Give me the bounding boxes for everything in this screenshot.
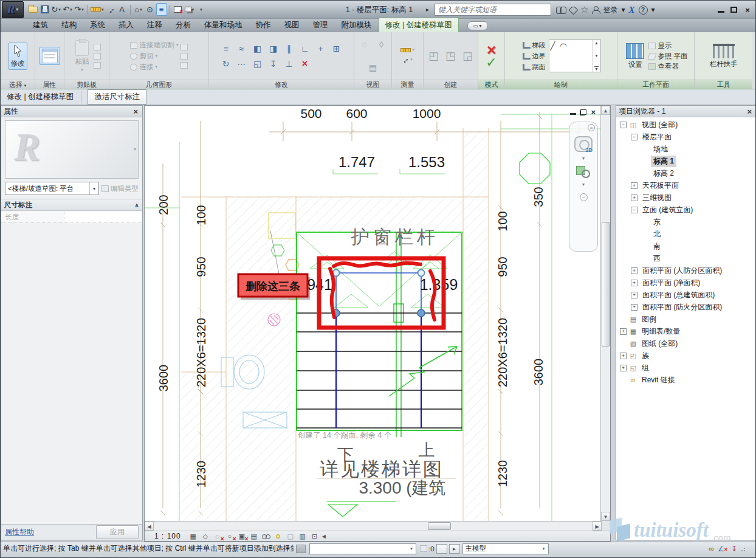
trim-extend-icon[interactable]: ∟: [297, 41, 312, 56]
open-button[interactable]: [27, 3, 38, 16]
offset-icon[interactable]: ≈: [234, 41, 249, 56]
tab-5[interactable]: 分析: [169, 18, 198, 32]
select-underlay-icon[interactable]: ∠×: [718, 545, 727, 553]
tree-item-6[interactable]: +三维视图: [616, 191, 756, 204]
tab-3[interactable]: 插入: [112, 18, 140, 32]
chevron-down-icon[interactable]: ▾: [621, 5, 625, 14]
cut-geometry-joins-button[interactable]: 连接端切割▾: [130, 41, 178, 50]
match-properties-icon[interactable]: [94, 62, 101, 69]
collapse-icon[interactable]: −: [620, 122, 627, 128]
panel-label-select[interactable]: 选择 ▾: [1, 80, 35, 89]
tree-item-20[interactable]: +◱组: [616, 362, 756, 374]
steering-wheel-icon[interactable]: 2D: [574, 136, 593, 152]
tree-item-label[interactable]: 楼层平面: [640, 131, 674, 143]
search-input[interactable]: [435, 4, 551, 16]
reference-plane-button[interactable]: 参照 平面: [648, 52, 687, 61]
align-icon[interactable]: ≡: [218, 41, 233, 56]
tree-item-label[interactable]: 图例: [639, 314, 659, 325]
tree-item-15[interactable]: +面积平面 (防火分区面积): [616, 301, 756, 313]
customize-qat-button[interactable]: ▾: [196, 3, 207, 16]
worksharing-display-icon[interactable]: ▢: [286, 532, 295, 540]
viewbar-more-icon[interactable]: ◀: [322, 534, 326, 539]
close-hidden-windows-button[interactable]: [173, 3, 184, 16]
load-family-icon[interactable]: ◲: [460, 49, 475, 63]
expand-icon[interactable]: +: [620, 353, 627, 359]
scale-icon[interactable]: ◱: [250, 57, 265, 71]
tree-item-label[interactable]: 面积平面 (人防分区面积): [640, 265, 724, 277]
tree-item-label[interactable]: 立面 (建筑立面): [640, 204, 695, 216]
tree-item-label[interactable]: 组: [639, 362, 651, 374]
linework-icon[interactable]: ▤: [365, 60, 380, 75]
scroll-up-icon[interactable]: ▲: [601, 106, 610, 115]
mirror-draw-axis-icon[interactable]: ◨: [266, 41, 281, 56]
drawing-area[interactable]: 500 600 1000 1.747 1.553 941 1.359 200 3…: [144, 105, 611, 542]
properties-header[interactable]: 属性 ×: [1, 106, 142, 117]
create-group-icon[interactable]: ◰: [426, 49, 441, 63]
save-button[interactable]: [39, 3, 50, 16]
sync-button[interactable]: ↻▾: [50, 3, 61, 16]
close-icon[interactable]: ×: [745, 107, 754, 116]
geometry-extra-icon[interactable]: [180, 53, 188, 60]
subscription-icon[interactable]: [569, 5, 579, 15]
shadows-icon[interactable]: ○: [225, 532, 235, 540]
activate-dimensions-button[interactable]: 激活尺寸标注: [88, 89, 146, 105]
sun-path-icon[interactable]: ◌: [213, 532, 222, 540]
tree-item-21[interactable]: ∞Revit 链接: [616, 374, 756, 386]
apply-button[interactable]: 应用: [96, 525, 139, 539]
stair-plan-drawing[interactable]: 500 600 1000 1.747 1.553 941 1.359 200 3…: [145, 106, 602, 521]
geometry-extra-icon[interactable]: [180, 44, 188, 50]
join-button[interactable]: 连接▾: [130, 63, 178, 72]
tree-item-label[interactable]: 面积平面 (总建筑面积): [640, 289, 717, 301]
crop-region-icon[interactable]: ▤: [249, 532, 259, 540]
resize-grip[interactable]: [741, 546, 747, 552]
scroll-down-icon[interactable]: ▼: [601, 512, 610, 521]
split-icon[interactable]: ∥: [281, 41, 297, 56]
workset-dropdown[interactable]: ▾: [309, 543, 416, 554]
tree-item-13[interactable]: +面积平面 (净面积): [616, 277, 756, 289]
tree-item-label[interactable]: 北: [651, 229, 663, 240]
tree-item-label[interactable]: 面积平面 (净面积): [640, 277, 703, 289]
gallery-down-icon[interactable]: ▼: [594, 53, 599, 58]
boundary-button[interactable]: 边界: [521, 51, 547, 61]
tab-1[interactable]: 结构: [55, 18, 83, 32]
viewer-button[interactable]: 查看器: [648, 62, 687, 71]
detail-level-icon[interactable]: ▦: [188, 532, 198, 540]
thin-lines-toggle[interactable]: ≡: [156, 3, 167, 16]
reveal-constraints-icon[interactable]: ⊡: [310, 532, 320, 540]
text-button[interactable]: A: [117, 3, 128, 16]
switch-windows-button[interactable]: ▾: [184, 3, 195, 16]
edit-type-button[interactable]: 编辑类型: [101, 184, 139, 193]
tree-item-label[interactable]: 明细表/数量: [639, 326, 682, 337]
tree-item-label[interactable]: 面积平面 (防火分区面积): [640, 301, 724, 313]
riser-button[interactable]: 踢面: [521, 62, 547, 72]
scroll-right-icon[interactable]: ▶: [593, 522, 602, 531]
collapse-icon[interactable]: −: [631, 207, 637, 213]
properties-toggle-button[interactable]: [40, 47, 60, 65]
navbar-minimize-icon[interactable]: −: [580, 193, 588, 201]
tree-item-19[interactable]: +◰族: [616, 350, 756, 362]
properties-help-link[interactable]: 属性帮助: [5, 527, 34, 537]
temporary-hide-icon[interactable]: [261, 532, 271, 540]
dimension-button[interactable]: ↔▾: [400, 55, 414, 64]
tab-modify-create-stairs-sketch[interactable]: 修改 | 创建楼梯草图: [379, 18, 459, 32]
tree-item-label[interactable]: 视图 (全部): [639, 119, 680, 131]
expand-icon[interactable]: +: [620, 365, 627, 371]
close-icon[interactable]: ×: [131, 107, 140, 116]
tree-item-label[interactable]: 东: [651, 216, 663, 228]
redo-button[interactable]: ↷▾: [74, 3, 84, 16]
select-links-icon[interactable]: ∞: [709, 545, 714, 553]
tree-item-4[interactable]: 标高 2: [616, 167, 756, 179]
expand-icon[interactable]: +: [631, 280, 637, 286]
tab-8[interactable]: 视图: [278, 18, 306, 32]
tab-0[interactable]: 建筑: [26, 18, 55, 32]
tree-item-label[interactable]: Revit 链接: [639, 374, 678, 386]
create-similar-icon[interactable]: ◳: [443, 49, 458, 63]
tree-item-0[interactable]: −◫视图 (全部): [616, 119, 756, 131]
tree-item-label[interactable]: 标高 2: [651, 168, 676, 179]
tree-item-label[interactable]: 天花板平面: [640, 180, 681, 191]
run-button[interactable]: 梯段: [521, 40, 547, 50]
section-dimensions[interactable]: 尺寸标注 ∧: [1, 199, 142, 211]
cut-button[interactable]: 剪切▾: [130, 52, 178, 61]
favorites-icon[interactable]: ☆: [580, 4, 588, 15]
tree-item-16[interactable]: ▤图例: [616, 313, 756, 325]
